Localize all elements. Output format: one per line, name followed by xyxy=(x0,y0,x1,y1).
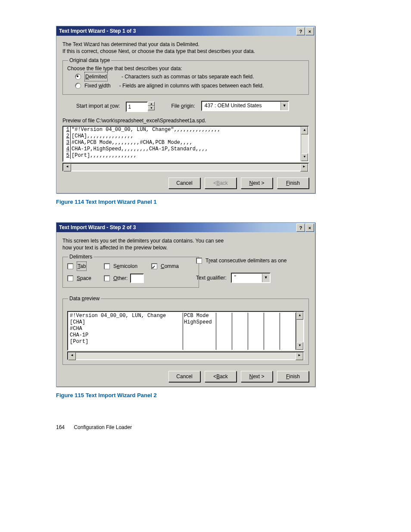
check-other[interactable]: Other: xyxy=(104,274,151,283)
checkbox-icon xyxy=(67,263,73,269)
checkbox-icon xyxy=(104,275,110,281)
scroll-track[interactable] xyxy=(301,134,308,153)
preview-column: #!Version 04_00_00, LUN, Change[CHA]#CHA… xyxy=(69,313,183,351)
line-number: 5 xyxy=(63,152,71,159)
scroll-up-icon[interactable]: ▲ xyxy=(296,312,303,320)
back-button[interactable]: < Back xyxy=(205,177,237,189)
titlebar: Text Import Wizard - Step 2 of 3 ? × xyxy=(56,223,315,232)
other-delimiter-input[interactable] xyxy=(130,274,144,283)
preview-cell xyxy=(281,326,295,332)
text-qualifier-label: Text qualifier: xyxy=(196,275,227,281)
preview-cell: PCB Mode xyxy=(184,313,215,319)
preview-cell xyxy=(249,313,263,319)
line-content: "#!Version 04_00_00, LUN, Change",,,,,,,… xyxy=(72,127,221,133)
spin-down-icon[interactable]: ▼ xyxy=(148,106,155,110)
line-content: #CHA,PCB Mode,,,,,,,,,#CHA,PCB Mode,,,, xyxy=(72,140,193,146)
page-number: 164 xyxy=(56,424,65,430)
group-legend: Original data type xyxy=(68,57,111,63)
finish-button[interactable]: Finish xyxy=(277,371,309,382)
file-origin-label: File origin: xyxy=(171,103,195,109)
preview-line: 4CHA-1P,HighSpeed,,,,,,,,,CHA-1P,Standar… xyxy=(63,146,308,152)
preview-cell: [CHA] xyxy=(70,319,182,326)
cancel-button[interactable]: Cancel xyxy=(168,371,200,382)
line-number: 2 xyxy=(63,133,71,140)
scroll-track[interactable] xyxy=(71,164,300,171)
checkbox-icon xyxy=(196,258,202,264)
start-row-spinner[interactable]: ▲ ▼ xyxy=(126,102,155,110)
scroll-left-icon[interactable]: ◄ xyxy=(63,164,71,171)
preview-cell xyxy=(233,319,247,326)
intro-text-1: This screen lets you set the delimiters … xyxy=(62,237,309,244)
radio-fixed-width[interactable]: Fixed width - Fields are aligned in colu… xyxy=(75,81,304,90)
radio-dot-icon xyxy=(75,74,81,80)
scroll-right-icon[interactable]: ► xyxy=(296,352,303,360)
preview-cell xyxy=(217,339,231,345)
file-origin-combo[interactable]: 437 : OEM United States ▼ xyxy=(201,101,289,111)
close-icon[interactable]: × xyxy=(305,224,314,232)
titlebar: Text Import Wizard - Step 1 of 3 ? × xyxy=(56,26,315,36)
dropdown-arrow-icon[interactable]: ▼ xyxy=(280,102,288,110)
intro-text-1: The Text Wizard has determined that your… xyxy=(62,41,309,48)
spin-up-icon[interactable]: ▲ xyxy=(148,102,155,106)
check-treat-consecutive[interactable]: Treat consecutive delimiters as one xyxy=(196,256,286,265)
scroll-track[interactable] xyxy=(296,320,303,342)
data-preview: #!Version 04_00_00, LUN, Change[CHA]#CHA… xyxy=(67,311,304,351)
next-button[interactable]: Next > xyxy=(241,177,273,189)
help-icon[interactable]: ? xyxy=(296,27,305,35)
preview-cell: #!Version 04_00_00, LUN, Change xyxy=(70,313,182,319)
check-space[interactable]: Space xyxy=(67,274,104,283)
figure-caption-2: Figure 115 Text Import Wizard Panel 2 xyxy=(56,392,389,398)
scroll-down-icon[interactable]: ▼ xyxy=(296,342,303,350)
preview-cell xyxy=(217,332,231,339)
dropdown-arrow-icon[interactable]: ▼ xyxy=(262,274,270,282)
cancel-button[interactable]: Cancel xyxy=(168,177,200,189)
original-data-type-group: Original data type Choose the file type … xyxy=(62,57,309,95)
scroll-track[interactable] xyxy=(76,352,296,359)
preview-cell xyxy=(217,319,231,326)
next-button[interactable]: Next > xyxy=(241,371,273,382)
scroll-right-icon[interactable]: ► xyxy=(300,164,308,171)
preview-column xyxy=(216,313,232,351)
preview-cell xyxy=(265,326,279,332)
checkbox-icon xyxy=(67,275,73,281)
delimiters-group: Delimiters Tab Semicolon Comma xyxy=(62,254,199,288)
preview-cell xyxy=(217,313,231,319)
file-preview: 1"#!Version 04_00_00, LUN, Change",,,,,,… xyxy=(62,126,309,162)
checkbox-icon xyxy=(104,263,110,269)
wizard-step1-dialog: Text Import Wizard - Step 1 of 3 ? × The… xyxy=(56,26,315,193)
vertical-scrollbar[interactable]: ▲ ▼ xyxy=(301,127,308,161)
finish-button[interactable]: Finish xyxy=(277,177,309,189)
radio-delimited[interactable]: Delimited - Characters such as commas or… xyxy=(75,72,304,81)
preview-line: 5[Port],,,,,,,,,,,,,,, xyxy=(63,152,308,159)
check-semicolon[interactable]: Semicolon xyxy=(104,261,151,271)
preview-column xyxy=(248,313,264,351)
preview-cell: #CHA xyxy=(70,326,182,332)
preview-cell xyxy=(265,332,279,339)
group-legend: Delimiters xyxy=(68,254,93,260)
preview-cell xyxy=(265,313,279,319)
file-origin-value: 437 : OEM United States xyxy=(202,102,280,110)
scroll-down-icon[interactable]: ▼ xyxy=(301,153,308,161)
preview-cell xyxy=(217,326,231,332)
preview-cell xyxy=(233,339,247,345)
scroll-up-icon[interactable]: ▲ xyxy=(301,127,308,134)
help-icon[interactable]: ? xyxy=(296,224,305,232)
check-tab[interactable]: Tab xyxy=(67,261,104,271)
window-title: Text Import Wizard - Step 1 of 3 xyxy=(59,28,136,34)
figure-caption-1: Figure 114 Text Import Wizard Panel 1 xyxy=(56,199,389,205)
preview-column xyxy=(264,313,280,351)
line-content: [CHA],,,,,,,,,,,,,,, xyxy=(72,133,134,140)
close-icon[interactable]: × xyxy=(305,27,314,35)
horizontal-scrollbar[interactable]: ◄ ► xyxy=(62,163,309,171)
text-qualifier-combo[interactable]: " ▼ xyxy=(231,273,271,283)
check-comma[interactable]: Comma xyxy=(151,261,194,271)
preview-cell xyxy=(281,339,295,345)
start-row-input[interactable] xyxy=(126,102,148,112)
preview-cell xyxy=(249,339,263,345)
scroll-left-icon[interactable]: ◄ xyxy=(68,352,76,360)
horizontal-scrollbar[interactable]: ◄ ► xyxy=(67,352,304,360)
preview-cell xyxy=(281,332,295,339)
vertical-scrollbar[interactable]: ▲ ▼ xyxy=(296,312,303,350)
back-button[interactable]: < Back xyxy=(205,371,237,382)
chapter-title: Configuration File Loader xyxy=(74,424,132,430)
